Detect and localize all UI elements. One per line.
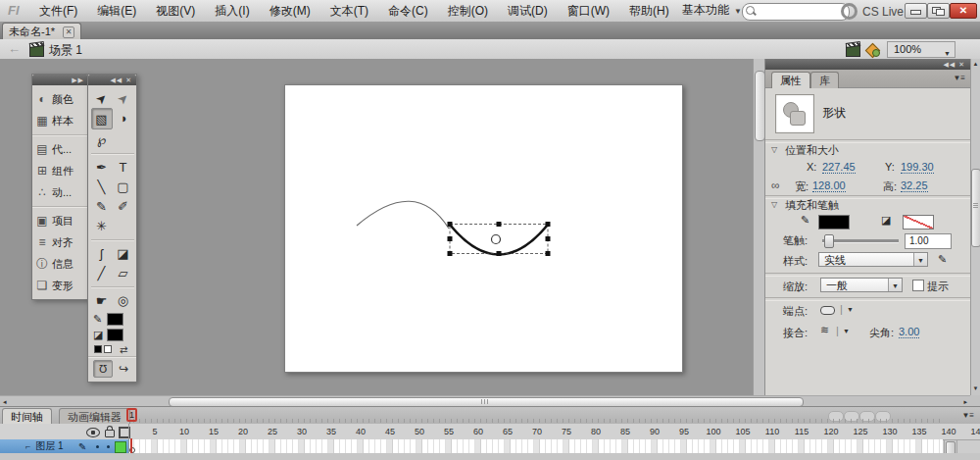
properties-vertical-scrollbar[interactable]: ▲ ▼	[970, 59, 980, 395]
dock-item-信息[interactable]: ⓘ信息	[32, 253, 88, 275]
swap-colors-icon[interactable]: ⇄	[120, 344, 127, 355]
object-drawing-icon[interactable]: ↪	[119, 362, 128, 376]
miter-value[interactable]: 3.00	[899, 326, 919, 338]
stage-vertical-scrollbar[interactable]	[753, 59, 764, 395]
free-transform-tool[interactable]: ▧	[91, 108, 113, 129]
tab-properties[interactable]: 属性	[771, 72, 810, 88]
stroke-color-control[interactable]: ✎	[88, 311, 136, 327]
minimize-button[interactable]	[905, 3, 927, 19]
menu-item-7[interactable]: 控制(O)	[438, 0, 498, 22]
menu-item-2[interactable]: 视图(V)	[146, 0, 205, 22]
paint-bucket-tool[interactable]: ◪	[113, 243, 134, 263]
stroke-scale-select[interactable]: 一般 ▼	[820, 278, 903, 292]
menu-item-3[interactable]: 插入(I)	[205, 0, 259, 22]
panel-menu-icon[interactable]: ▼≡	[961, 411, 974, 420]
menu-item-9[interactable]: 窗口(W)	[558, 0, 619, 22]
height-value[interactable]: 32.25	[901, 179, 928, 192]
dock-item-代...[interactable]: ▤代...	[32, 138, 88, 160]
text-tool[interactable]: T	[113, 157, 134, 177]
pasteboard[interactable]: ▶▶ ◐颜色▦样本▤代...⊞组件∴动...▣项目≡对齐ⓘ信息❏变形 ◀◀ ✕ …	[0, 59, 764, 395]
zoom-tool[interactable]: ◎	[113, 290, 134, 310]
restore-button[interactable]	[927, 3, 950, 19]
frame-cell-138[interactable]	[934, 439, 940, 453]
subselection-tool[interactable]: ➤	[113, 88, 134, 108]
tab-library[interactable]: 库	[810, 72, 839, 88]
edit-scene-button[interactable]	[846, 45, 860, 57]
stroke-slider-thumb[interactable]	[824, 234, 834, 248]
workspace-switcher-button[interactable]: 基本功能▼	[674, 2, 750, 19]
curve-segment-unselected[interactable]	[357, 201, 449, 229]
dock-item-对齐[interactable]: ≡对齐	[32, 231, 88, 253]
link-dimensions-icon[interactable]: ∞	[771, 179, 780, 192]
dock-header[interactable]: ▶▶	[32, 75, 88, 85]
hinting-checkbox[interactable]	[912, 280, 924, 291]
fill-color-control[interactable]: ◪	[88, 327, 136, 342]
dock-item-动...[interactable]: ∴动...	[32, 181, 88, 203]
join-dropdown-icon[interactable]: ▼	[843, 328, 850, 334]
3d-rotation-tool[interactable]: ◑	[113, 108, 134, 128]
pen-tool[interactable]: ✒	[91, 157, 113, 177]
tab-timeline[interactable]: 时间轴	[2, 408, 52, 425]
cap-style-icon[interactable]	[820, 306, 835, 315]
scroll-down-icon[interactable]: ▼	[971, 383, 980, 393]
selection-tool[interactable]: ➤	[91, 88, 113, 108]
frame-ruler[interactable]: 5101520253035404550556065707580859095100…	[0, 424, 980, 439]
layer-frames-track[interactable]	[128, 439, 943, 454]
lasso-tool[interactable]: ℘	[91, 129, 113, 149]
document-tab[interactable]: 未命名-1* ✕	[2, 23, 81, 40]
eyedropper-tool[interactable]: ╱	[91, 263, 113, 282]
scroll-up-icon[interactable]: ▲	[971, 59, 980, 69]
properties-panel-header[interactable]: ◀◀ ✕	[765, 59, 971, 70]
stroke-weight-input[interactable]: 1.00	[905, 233, 952, 249]
layer-name[interactable]: 图层 1	[35, 439, 63, 453]
transform-center-point[interactable]	[492, 235, 501, 244]
edit-symbols-button[interactable]	[866, 43, 879, 56]
eraser-tool[interactable]: ▱	[113, 263, 134, 282]
fill-no-color-swatch[interactable]	[903, 215, 934, 230]
stage-canvas[interactable]	[284, 84, 683, 373]
join-style-icon[interactable]: ≋	[820, 324, 829, 336]
no-color-button[interactable]	[104, 345, 112, 353]
layer-lock-dot[interactable]	[107, 445, 110, 448]
close-icon[interactable]: ✕	[63, 26, 74, 38]
scroll-right-icon[interactable]: ▸	[963, 397, 967, 406]
y-value[interactable]: 199.30	[901, 161, 934, 174]
layer-visibility-dot[interactable]	[96, 445, 99, 448]
panel-menu-icon[interactable]: ▼≡	[953, 74, 965, 82]
default-colors-button[interactable]	[94, 345, 102, 353]
brush-tool[interactable]: ✐	[113, 196, 134, 216]
line-tool[interactable]: ╲	[91, 177, 113, 196]
cap-dropdown-icon[interactable]: ▼	[847, 306, 854, 313]
fill-color-swatch[interactable]	[107, 329, 123, 341]
dock-item-样本[interactable]: ▦样本	[32, 110, 88, 131]
curve-segment-selected[interactable]	[450, 225, 548, 255]
menu-item-10[interactable]: 帮助(H)	[619, 0, 679, 22]
tab-motion-editor[interactable]: 动画编辑器	[59, 408, 130, 425]
rectangle-tool[interactable]: ▢	[113, 177, 134, 196]
width-value[interactable]: 128.00	[812, 179, 846, 192]
menu-item-6[interactable]: 命令(C)	[378, 0, 438, 22]
stroke-color-swatch[interactable]	[107, 313, 123, 326]
scroll-thumb[interactable]	[971, 169, 980, 247]
menu-item-8[interactable]: 调试(D)	[498, 0, 558, 22]
stage-zoom-select[interactable]: 100% ▼	[887, 41, 956, 58]
layer-outline-color-swatch[interactable]	[115, 441, 126, 453]
tools-panel-header[interactable]: ◀◀ ✕	[88, 75, 136, 85]
scroll-thumb[interactable]	[755, 71, 764, 141]
menu-item-4[interactable]: 修改(M)	[260, 0, 320, 22]
dock-item-项目[interactable]: ▣项目	[32, 210, 88, 231]
pencil-tool[interactable]: ✎	[91, 196, 113, 216]
hand-tool[interactable]: ☛	[91, 290, 113, 310]
stroke-color-swatch[interactable]	[818, 215, 850, 230]
scroll-left-icon[interactable]: ◂	[3, 397, 7, 406]
deco-tool[interactable]: ✳	[91, 216, 113, 235]
dock-item-组件[interactable]: ⊞组件	[32, 160, 88, 181]
dock-item-变形[interactable]: ❏变形	[32, 275, 88, 296]
stroke-style-select[interactable]: 实线 ▼	[818, 252, 928, 267]
close-button[interactable]: ✕	[950, 3, 977, 19]
snap-to-objects-button[interactable]: Ω	[93, 360, 113, 378]
dock-item-颜色[interactable]: ◐颜色	[32, 88, 88, 110]
menu-item-5[interactable]: 文本(T)	[320, 0, 378, 22]
edit-stroke-style-icon[interactable]: ✎	[938, 253, 947, 266]
bone-tool[interactable]: ʃ	[91, 243, 113, 263]
